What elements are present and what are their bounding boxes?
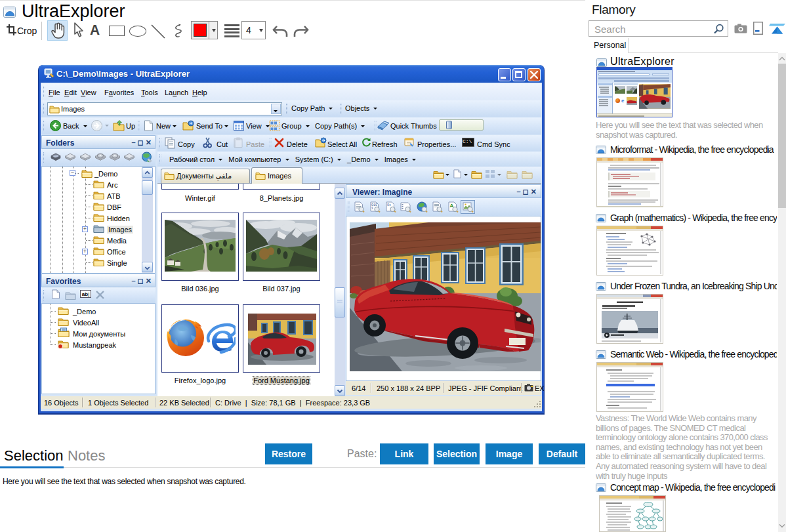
svg-text:0x: 0x xyxy=(387,203,391,207)
svg-text:1: 1 xyxy=(371,207,373,211)
